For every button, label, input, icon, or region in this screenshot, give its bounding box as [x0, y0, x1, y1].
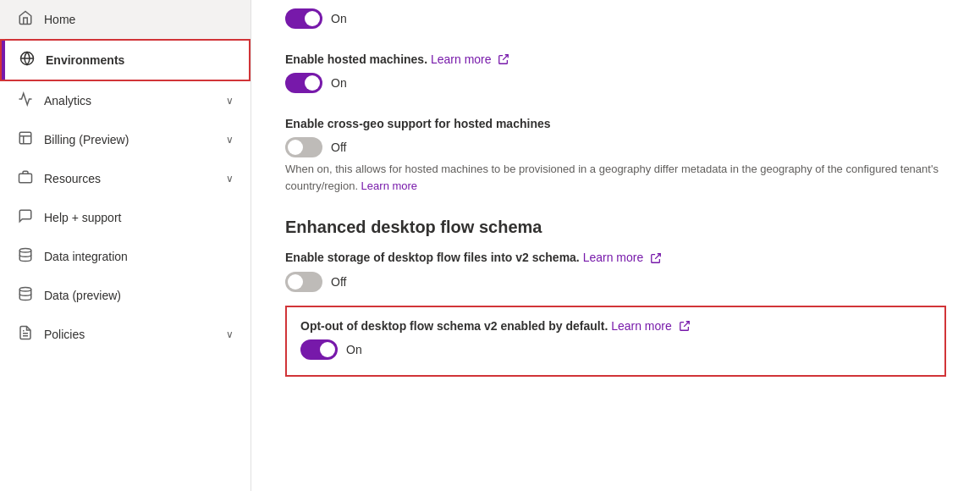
storage-desktop-toggle-row: Off — [285, 272, 946, 292]
top-toggle-row: On — [285, 8, 946, 29]
opt-out-toggle[interactable] — [300, 339, 338, 360]
sidebar-item-label: Billing (Preview) — [44, 133, 129, 146]
globe-icon — [19, 51, 36, 69]
sidebar-item-label: Help + support — [44, 211, 121, 224]
chevron-down-icon: ∨ — [226, 173, 234, 185]
external-link-icon — [650, 252, 662, 264]
cross-geo-label: Enable cross-geo support for hosted mach… — [285, 117, 946, 130]
sidebar-item-data-integration[interactable]: Data integration — [0, 237, 251, 276]
toggle-thumb — [305, 75, 320, 91]
opt-out-label: Opt-out of desktop flow schema v2 enable… — [300, 319, 931, 333]
top-toggle-section: On — [285, 0, 946, 29]
storage-desktop-learn-more-link[interactable]: Learn more — [583, 251, 644, 264]
svg-line-10 — [504, 55, 509, 60]
data-integration-icon — [17, 247, 34, 266]
top-toggle[interactable] — [285, 8, 322, 29]
hosted-machines-section: Enable hosted machines. Learn more On — [285, 52, 946, 93]
sidebar-item-label: Analytics — [44, 94, 91, 108]
cross-geo-learn-more-link[interactable]: Learn more — [361, 179, 417, 192]
cross-geo-toggle[interactable] — [285, 137, 322, 157]
toggle-thumb — [305, 11, 320, 26]
sidebar-item-label: Data integration — [44, 250, 128, 263]
sidebar-item-label: Home — [44, 13, 75, 26]
svg-rect-5 — [19, 174, 32, 183]
svg-point-6 — [19, 249, 31, 253]
toggle-thumb — [320, 342, 335, 357]
opt-out-toggle-row: On — [300, 339, 931, 360]
hosted-machines-toggle-label: On — [331, 76, 347, 90]
sidebar-item-label: Data (preview) — [44, 289, 121, 302]
hosted-machines-toggle-row: On — [285, 73, 946, 93]
toggle-thumb — [288, 274, 303, 290]
cross-geo-section: Enable cross-geo support for hosted mach… — [285, 117, 946, 194]
storage-desktop-label: Enable storage of desktop flow files int… — [285, 251, 946, 264]
svg-line-11 — [655, 253, 660, 258]
main-content: On Enable hosted machines. Learn more On… — [251, 0, 980, 491]
chevron-down-icon: ∨ — [226, 134, 234, 146]
hosted-machines-toggle[interactable] — [285, 73, 322, 93]
sidebar-item-home[interactable]: Home — [0, 0, 251, 39]
cross-geo-description: When on, this allows for hosted machines… — [285, 161, 946, 194]
external-link-icon — [679, 320, 691, 332]
home-icon — [17, 10, 34, 29]
data-preview-icon — [17, 286, 34, 305]
enhanced-desktop-section: Enhanced desktop flow schema Enable stor… — [285, 218, 946, 377]
enhanced-desktop-title: Enhanced desktop flow schema — [285, 218, 946, 237]
active-accent — [2, 41, 5, 80]
sidebar-item-label: Policies — [44, 328, 85, 341]
sidebar-item-label: Environments — [46, 53, 124, 67]
sidebar-item-resources[interactable]: Resources ∨ — [0, 159, 251, 198]
resources-icon — [17, 169, 34, 188]
analytics-icon — [17, 91, 34, 110]
sidebar-item-environments[interactable]: Environments — [0, 39, 251, 81]
svg-rect-2 — [19, 132, 31, 144]
hosted-machines-label: Enable hosted machines. Learn more — [285, 52, 946, 66]
cross-geo-toggle-row: Off — [285, 137, 946, 157]
opt-out-learn-more-link[interactable]: Learn more — [611, 319, 672, 333]
top-toggle-label: On — [331, 12, 347, 25]
storage-desktop-toggle-label: Off — [331, 275, 346, 289]
storage-desktop-row: Enable storage of desktop flow files int… — [285, 251, 946, 291]
toggle-thumb — [288, 140, 303, 155]
chevron-down-icon: ∨ — [226, 95, 234, 107]
sidebar: Home Environments Analytics ∨ Billing (P… — [0, 0, 251, 491]
opt-out-toggle-label: On — [346, 343, 362, 356]
opt-out-highlighted-box: Opt-out of desktop flow schema v2 enable… — [285, 306, 946, 377]
sidebar-item-analytics[interactable]: Analytics ∨ — [0, 81, 251, 120]
sidebar-item-label: Resources — [44, 172, 101, 185]
sidebar-item-policies[interactable]: Policies ∨ — [0, 315, 251, 354]
help-icon — [17, 208, 34, 227]
svg-line-12 — [684, 322, 689, 327]
billing-icon — [17, 130, 34, 149]
sidebar-item-data-preview[interactable]: Data (preview) — [0, 276, 251, 315]
cross-geo-toggle-label: Off — [331, 141, 346, 154]
sidebar-item-billing[interactable]: Billing (Preview) ∨ — [0, 120, 251, 159]
hosted-machines-learn-more-link[interactable]: Learn more — [431, 52, 492, 66]
svg-point-7 — [19, 288, 31, 292]
chevron-down-icon: ∨ — [226, 328, 234, 340]
sidebar-item-help[interactable]: Help + support — [0, 198, 251, 237]
storage-desktop-toggle[interactable] — [285, 272, 322, 292]
external-link-icon — [498, 53, 509, 65]
policies-icon — [17, 325, 34, 344]
